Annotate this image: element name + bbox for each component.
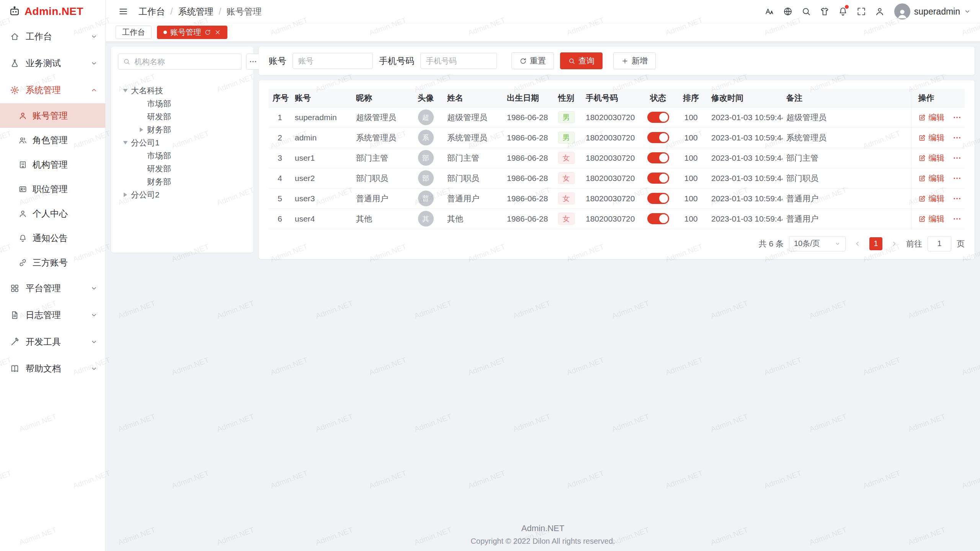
caret-icon[interactable] bbox=[120, 86, 130, 95]
edit-button[interactable]: 编辑 bbox=[918, 214, 945, 224]
status-toggle[interactable] bbox=[647, 193, 669, 204]
reset-button[interactable]: 重置 bbox=[511, 52, 554, 69]
fullscreen-button[interactable] bbox=[853, 3, 870, 20]
prev-page-button[interactable] bbox=[851, 237, 864, 250]
cell-gender: 女 bbox=[550, 209, 582, 229]
tree-node[interactable]: 大名科技 bbox=[118, 84, 247, 97]
sidebar-item-business-test[interactable]: 业务测试 bbox=[0, 50, 105, 77]
cell-status bbox=[642, 107, 675, 127]
tree-node[interactable]: 财务部 bbox=[118, 175, 247, 188]
edit-button[interactable]: 编辑 bbox=[918, 112, 945, 123]
user-menu[interactable]: superadmin bbox=[894, 3, 971, 20]
status-toggle[interactable] bbox=[647, 213, 669, 224]
sidebar-item-notice[interactable]: 通知公告 bbox=[0, 226, 105, 250]
status-toggle[interactable] bbox=[647, 173, 669, 184]
user-avatar: 系 bbox=[418, 130, 434, 145]
edit-button[interactable]: 编辑 bbox=[918, 193, 945, 204]
tree-node[interactable]: 市场部 bbox=[118, 97, 247, 110]
breadcrumb-item[interactable]: 系统管理 bbox=[178, 6, 213, 18]
right-column: 账号 手机号码 重置 查询 新增 bbox=[259, 47, 975, 259]
breadcrumb-item[interactable]: 工作台 bbox=[139, 6, 165, 18]
collapse-menu-button[interactable] bbox=[115, 3, 132, 20]
phone-input[interactable] bbox=[420, 53, 497, 69]
row-more-button[interactable] bbox=[952, 133, 962, 142]
caret-icon[interactable] bbox=[136, 125, 146, 134]
tree-node[interactable]: 财务部 bbox=[118, 123, 247, 136]
tree-node[interactable]: 市场部 bbox=[118, 149, 247, 162]
column-header-0: 序号 bbox=[269, 89, 291, 107]
goto-page-input[interactable] bbox=[928, 236, 951, 251]
sidebar-item-account[interactable]: 账号管理 bbox=[0, 103, 105, 128]
edit-button[interactable]: 编辑 bbox=[918, 173, 945, 184]
search-button[interactable] bbox=[798, 3, 815, 20]
notification-button[interactable] bbox=[835, 3, 851, 20]
status-toggle[interactable] bbox=[647, 152, 669, 163]
status-toggle[interactable] bbox=[647, 132, 669, 143]
caret-icon[interactable] bbox=[120, 190, 130, 199]
tree-node[interactable]: 分公司2 bbox=[118, 188, 247, 201]
page-size-select[interactable]: 10条/页 bbox=[789, 236, 846, 251]
page-1-button[interactable]: 1 bbox=[869, 237, 882, 250]
row-more-button[interactable] bbox=[952, 153, 962, 163]
edit-label: 编辑 bbox=[929, 153, 945, 163]
sidebar-item-role[interactable]: 角色管理 bbox=[0, 128, 105, 152]
cell-nickname: 其他 bbox=[352, 209, 408, 229]
close-tab-icon[interactable] bbox=[214, 29, 221, 36]
cell-index: 3 bbox=[269, 148, 291, 168]
toggle-knob bbox=[659, 174, 668, 183]
sidebar-item-workbench[interactable]: 工作台 bbox=[0, 23, 105, 50]
sidebar-item-position[interactable]: 职位管理 bbox=[0, 177, 105, 201]
tab-workbench[interactable]: 工作台 bbox=[116, 26, 152, 39]
cell-actions: 编辑 bbox=[911, 209, 965, 229]
sidebar-item-system[interactable]: 系统管理 bbox=[0, 77, 105, 103]
sidebar-item-docs[interactable]: 帮助文档 bbox=[0, 355, 105, 382]
tree-more-button[interactable] bbox=[246, 54, 260, 70]
language-button[interactable] bbox=[779, 3, 796, 20]
search-icon bbox=[123, 58, 131, 65]
row-more-button[interactable] bbox=[952, 174, 962, 183]
tab-account[interactable]: 账号管理 bbox=[157, 26, 227, 39]
sidebar-item-third-account[interactable]: 三方账号 bbox=[0, 250, 105, 275]
cell-status bbox=[642, 148, 675, 168]
column-header-2: 昵称 bbox=[352, 89, 408, 107]
grid-icon bbox=[10, 284, 20, 293]
cell-birthdate: 1986-06-28 bbox=[503, 168, 550, 188]
tree-node[interactable]: 分公司1 bbox=[118, 136, 247, 149]
cell-remark: 超级管理员 bbox=[782, 107, 911, 127]
column-header-8: 状态 bbox=[642, 89, 675, 107]
org-search-input[interactable] bbox=[134, 57, 237, 67]
edit-icon bbox=[918, 174, 926, 182]
edit-label: 编辑 bbox=[929, 132, 945, 143]
theme-button[interactable] bbox=[816, 3, 833, 20]
sidebar-item-org[interactable]: 机构管理 bbox=[0, 152, 105, 177]
row-more-button[interactable] bbox=[952, 214, 962, 223]
status-toggle[interactable] bbox=[647, 112, 669, 123]
tree-node[interactable]: 研发部 bbox=[118, 162, 247, 175]
edit-button[interactable]: 编辑 bbox=[918, 132, 945, 143]
caret-spacer bbox=[136, 151, 146, 160]
chevron-right-icon bbox=[890, 240, 898, 248]
caret-icon[interactable] bbox=[120, 138, 130, 147]
sidebar-item-devtools[interactable]: 开发工具 bbox=[0, 328, 105, 355]
brand[interactable]: Admin.NET bbox=[0, 0, 105, 23]
profile-button[interactable] bbox=[871, 3, 888, 20]
refresh-tab-icon[interactable] bbox=[204, 29, 211, 36]
tree-node[interactable]: 研发部 bbox=[118, 110, 247, 123]
sidebar-item-label: 机构管理 bbox=[33, 159, 68, 171]
add-button[interactable]: 新增 bbox=[613, 52, 656, 69]
sidebar-item-label: 业务测试 bbox=[26, 57, 61, 69]
search-button[interactable]: 查询 bbox=[560, 52, 603, 69]
account-input[interactable] bbox=[292, 53, 373, 69]
edit-button[interactable]: 编辑 bbox=[918, 153, 945, 163]
sidebar-item-log[interactable]: 日志管理 bbox=[0, 302, 105, 328]
sidebar-item-profile[interactable]: 个人中心 bbox=[0, 201, 105, 226]
cell-birthdate: 1986-06-28 bbox=[503, 127, 550, 148]
org-search-field[interactable] bbox=[118, 54, 242, 70]
toggle-knob bbox=[659, 133, 668, 142]
next-page-button[interactable] bbox=[888, 237, 901, 250]
row-more-button[interactable] bbox=[952, 194, 962, 203]
font-size-button[interactable] bbox=[761, 3, 778, 20]
sidebar-item-platform[interactable]: 平台管理 bbox=[0, 275, 105, 302]
sidebar-menu: 工作台业务测试系统管理账号管理角色管理机构管理职位管理个人中心通知公告三方账号平… bbox=[0, 23, 105, 382]
row-more-button[interactable] bbox=[952, 113, 962, 122]
